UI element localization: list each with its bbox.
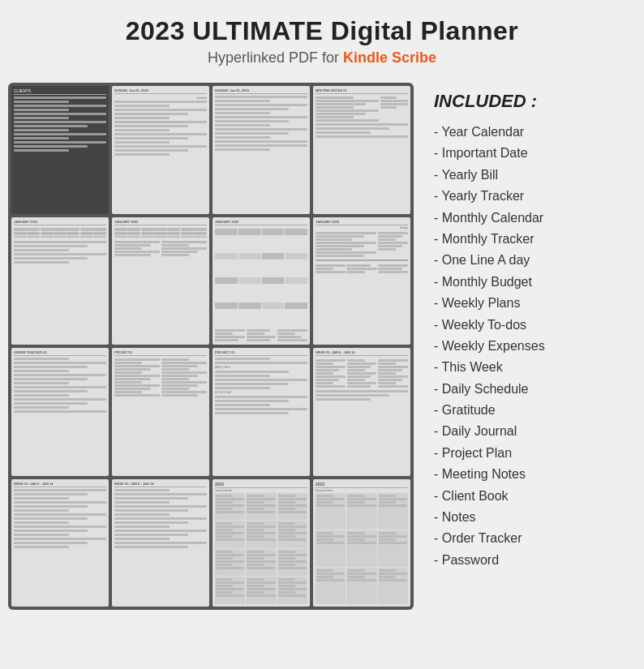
feature-monthly-calendar: - Monthly Calendar xyxy=(434,208,624,229)
feature-year-calendar: - Year Calendar xyxy=(434,122,624,143)
content-area: CLIENTS SUNDAY, Jan 01, 2023 Schedule xyxy=(8,83,636,610)
cell-week1: WEEK 01: JAN 8 - JAN 14 xyxy=(313,348,410,476)
cell-week3: WEEK 02: JAN 8 - JAN 14 xyxy=(112,479,209,607)
cell-meeting: MEETING NOTES 01 xyxy=(313,86,410,214)
preview-grid: CLIENTS SUNDAY, Jan 01, 2023 Schedule xyxy=(8,83,414,610)
cell-cal2: JANUARY 2023 xyxy=(112,217,209,345)
cell-cal1: JANUARY 2023 xyxy=(11,217,109,345)
cell-projects: PROJECTS xyxy=(112,348,209,476)
feature-yearly-bill: - Yearly Bill xyxy=(434,165,624,186)
feature-monthly-budget: - Monthly Budget xyxy=(434,272,624,293)
subtitle: Hyperlinked PDF for Kindle Scribe xyxy=(126,49,519,66)
features-items: - Year Calendar - Important Date - Yearl… xyxy=(434,122,624,571)
feature-password: - Password xyxy=(434,550,624,571)
feature-monthly-tracker: - Monthly Tracker xyxy=(434,229,624,250)
feature-yearly-tracker: - Yearly Tracker xyxy=(434,186,624,207)
cell-project01: PROJECT 01 MAIN GOALS ACTION PLAN xyxy=(213,348,310,476)
cell-yearexp: 2023 Important Dates xyxy=(313,479,410,607)
feature-weekly-todos: - Weekly To-dos xyxy=(434,315,624,336)
feature-client-book: - Client Book xyxy=(434,486,624,507)
main-title: 2023 ULTIMATE Digital Planner xyxy=(126,16,519,46)
features-title: INCLUDED : xyxy=(434,91,624,112)
feature-daily-journal: - Daily Journal xyxy=(434,421,624,442)
feature-project-plan: - Project Plan xyxy=(434,443,624,464)
feature-weekly-expenses: - Weekly Expenses xyxy=(434,336,624,357)
cell-order: ORDER TRACKER 01 xyxy=(11,348,109,476)
cell-clients: CLIENTS xyxy=(11,86,109,214)
features-list: INCLUDED : - Year Calendar - Important D… xyxy=(422,83,636,610)
feature-one-line-a-day: - One Line A day xyxy=(434,250,624,271)
cell-schedule1: SUNDAY, Jan 01, 2023 Schedule xyxy=(112,86,209,214)
header-section: 2023 ULTIMATE Digital Planner Hyperlinke… xyxy=(126,16,519,66)
feature-meeting-notes: - Meeting Notes xyxy=(434,464,624,485)
cell-schedule2: SUNDAY, Jan 01, 2023 xyxy=(213,86,310,214)
feature-order-tracker: - Order Tracker xyxy=(434,528,624,549)
feature-important-date: - Important Date xyxy=(434,143,624,164)
main-page: 2023 ULTIMATE Digital Planner Hyperlinke… xyxy=(0,0,644,669)
cell-week2: WEEK 01: JAN 8 - JAN 14 xyxy=(11,479,109,607)
subtitle-brand: Kindle Scribe xyxy=(343,49,436,66)
subtitle-prefix: Hyperlinked PDF for xyxy=(208,49,343,66)
feature-daily-schedule: - Daily Schedule xyxy=(434,379,624,400)
cell-tracker: JANUARY 2023 xyxy=(213,217,310,345)
cell-yearcal: 2023 Yearly Calendar xyxy=(213,479,310,607)
cell-budget: JANUARY 2023 Budget xyxy=(313,217,410,345)
feature-weekly-plans: - Weekly Plans xyxy=(434,293,624,314)
feature-gratitude: - Gratitude xyxy=(434,400,624,421)
feature-notes: - Notes xyxy=(434,507,624,528)
feature-this-week: - This Week xyxy=(434,357,624,378)
